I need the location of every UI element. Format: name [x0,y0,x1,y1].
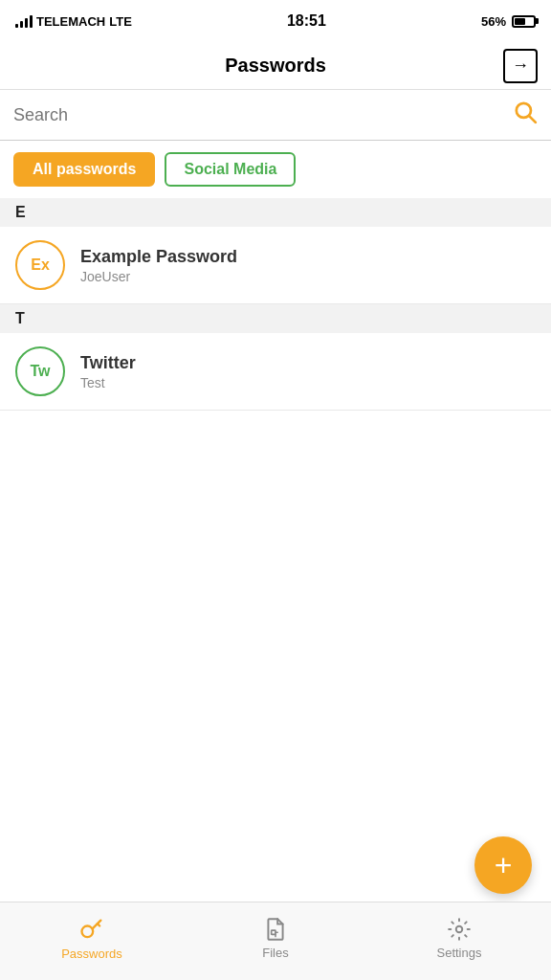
header: Passwords → [0,42,551,90]
add-password-button[interactable]: + [474,836,532,894]
status-bar: TELEMACH LTE 18:51 56% [0,0,551,42]
item-info: Example Password JoeUser [80,247,237,284]
list-item[interactable]: Tw Twitter Test [0,333,551,411]
search-icon[interactable] [513,100,538,130]
svg-point-4 [456,926,463,933]
battery-icon [512,15,536,28]
nav-label-passwords: Passwords [61,947,122,961]
key-icon [78,916,105,943]
section-header-t: T [0,304,551,333]
plus-icon: + [495,850,513,880]
avatar: Tw [15,346,65,396]
status-left: TELEMACH LTE [15,14,132,29]
network-type-label: LTE [109,14,132,29]
item-subtitle: JoeUser [80,269,237,284]
settings-icon [447,917,472,942]
section-header-e: E [0,198,551,227]
nav-label-files: Files [262,946,288,960]
bottom-nav: Passwords Files Settings [0,902,551,980]
logout-button[interactable]: → [503,49,538,83]
svg-point-2 [82,926,94,938]
filter-tabs: All passwords Social Media [0,141,551,198]
item-title: Twitter [80,353,136,373]
file-icon [263,917,288,942]
carrier-label: TELEMACH [36,14,105,29]
list-item[interactable]: Ex Example Password JoeUser [0,227,551,304]
battery-fill [515,18,525,25]
search-input[interactable] [13,105,513,125]
nav-label-settings: Settings [437,946,482,960]
filter-tab-social-media[interactable]: Social Media [165,152,296,187]
search-container [0,90,551,141]
nav-item-settings[interactable]: Settings [367,902,551,980]
item-info: Twitter Test [80,353,136,390]
signal-icon [15,14,33,28]
page-title: Passwords [225,55,326,77]
svg-line-1 [529,116,536,122]
filter-tab-all-passwords[interactable]: All passwords [13,152,155,187]
item-title: Example Password [80,247,237,267]
status-right: 56% [481,14,536,29]
avatar: Ex [15,240,65,290]
nav-item-passwords[interactable]: Passwords [0,902,184,980]
item-subtitle: Test [80,375,136,390]
battery-percentage: 56% [481,14,506,29]
status-time: 18:51 [287,12,326,30]
nav-item-files[interactable]: Files [184,902,367,980]
logout-icon: → [512,56,529,76]
